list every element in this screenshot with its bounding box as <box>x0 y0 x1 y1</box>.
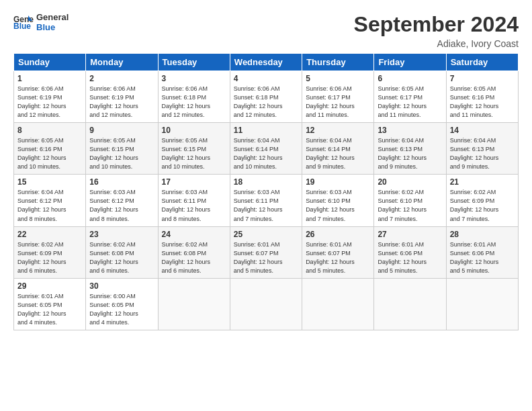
calendar-cell: 15Sunrise: 6:04 AM Sunset: 6:12 PM Dayli… <box>14 175 86 226</box>
day-info: Sunrise: 6:05 AM Sunset: 6:17 PM Dayligh… <box>378 85 442 120</box>
calendar-cell: 3Sunrise: 6:06 AM Sunset: 6:18 PM Daylig… <box>158 71 230 123</box>
calendar-cell: 5Sunrise: 6:06 AM Sunset: 6:17 PM Daylig… <box>302 71 374 123</box>
weekday-saturday: Saturday <box>446 54 518 71</box>
day-number: 2 <box>89 74 154 83</box>
day-info: Sunrise: 6:01 AM Sunset: 6:06 PM Dayligh… <box>450 240 515 275</box>
weekday-friday: Friday <box>374 54 446 71</box>
weekday-sunday: Sunday <box>14 54 86 71</box>
day-info: Sunrise: 6:04 AM Sunset: 6:14 PM Dayligh… <box>234 136 298 171</box>
calendar-cell: 10Sunrise: 6:05 AM Sunset: 6:15 PM Dayli… <box>158 123 230 175</box>
calendar-cell <box>302 278 374 330</box>
day-info: Sunrise: 6:03 AM Sunset: 6:11 PM Dayligh… <box>162 188 226 223</box>
day-info: Sunrise: 6:06 AM Sunset: 6:17 PM Dayligh… <box>306 85 370 120</box>
week-row-2: 8Sunrise: 6:05 AM Sunset: 6:16 PM Daylig… <box>14 123 519 175</box>
calendar-cell: 18Sunrise: 6:03 AM Sunset: 6:11 PM Dayli… <box>230 175 302 226</box>
day-number: 8 <box>17 126 82 135</box>
calendar-cell: 7Sunrise: 6:05 AM Sunset: 6:16 PM Daylig… <box>446 71 518 123</box>
weekday-header-row: SundayMondayTuesdayWednesdayThursdayFrid… <box>14 54 519 71</box>
day-info: Sunrise: 6:05 AM Sunset: 6:15 PM Dayligh… <box>89 136 154 171</box>
weekday-tuesday: Tuesday <box>158 54 230 71</box>
day-number: 30 <box>89 281 154 291</box>
day-number: 18 <box>234 177 298 187</box>
calendar-table: SundayMondayTuesdayWednesdayThursdayFrid… <box>13 53 519 330</box>
day-info: Sunrise: 6:00 AM Sunset: 6:05 PM Dayligh… <box>89 292 154 327</box>
day-info: Sunrise: 6:02 AM Sunset: 6:08 PM Dayligh… <box>89 240 154 275</box>
day-info: Sunrise: 6:04 AM Sunset: 6:13 PM Dayligh… <box>378 136 442 171</box>
day-info: Sunrise: 6:01 AM Sunset: 6:07 PM Dayligh… <box>306 240 370 275</box>
day-info: Sunrise: 6:04 AM Sunset: 6:12 PM Dayligh… <box>17 188 82 223</box>
day-number: 29 <box>17 281 82 291</box>
day-info: Sunrise: 6:02 AM Sunset: 6:08 PM Dayligh… <box>162 240 226 275</box>
day-number: 21 <box>450 177 515 187</box>
calendar-cell: 28Sunrise: 6:01 AM Sunset: 6:06 PM Dayli… <box>446 226 518 278</box>
calendar-cell: 20Sunrise: 6:02 AM Sunset: 6:10 PM Dayli… <box>374 175 446 226</box>
day-number: 3 <box>162 74 226 83</box>
day-number: 22 <box>17 230 82 239</box>
day-info: Sunrise: 6:03 AM Sunset: 6:11 PM Dayligh… <box>234 188 298 223</box>
svg-text:Blue: Blue <box>13 21 31 30</box>
calendar-cell: 22Sunrise: 6:02 AM Sunset: 6:09 PM Dayli… <box>14 226 86 278</box>
day-number: 6 <box>378 74 442 83</box>
calendar-cell: 13Sunrise: 6:04 AM Sunset: 6:13 PM Dayli… <box>374 123 446 175</box>
calendar-cell: 14Sunrise: 6:04 AM Sunset: 6:13 PM Dayli… <box>446 123 518 175</box>
calendar-cell: 6Sunrise: 6:05 AM Sunset: 6:17 PM Daylig… <box>374 71 446 123</box>
day-number: 9 <box>89 126 154 135</box>
calendar-cell: 12Sunrise: 6:04 AM Sunset: 6:14 PM Dayli… <box>302 123 374 175</box>
logo-blue: Blue <box>36 22 69 32</box>
calendar-cell: 1Sunrise: 6:06 AM Sunset: 6:19 PM Daylig… <box>14 71 86 123</box>
calendar-cell: 17Sunrise: 6:03 AM Sunset: 6:11 PM Dayli… <box>158 175 230 226</box>
calendar-cell: 11Sunrise: 6:04 AM Sunset: 6:14 PM Dayli… <box>230 123 302 175</box>
day-info: Sunrise: 6:03 AM Sunset: 6:10 PM Dayligh… <box>306 188 370 223</box>
day-number: 10 <box>162 126 226 135</box>
weekday-wednesday: Wednesday <box>230 54 302 71</box>
calendar-cell: 29Sunrise: 6:01 AM Sunset: 6:05 PM Dayli… <box>14 278 86 330</box>
day-number: 5 <box>306 74 370 83</box>
day-info: Sunrise: 6:02 AM Sunset: 6:10 PM Dayligh… <box>378 188 442 223</box>
calendar-cell: 19Sunrise: 6:03 AM Sunset: 6:10 PM Dayli… <box>302 175 374 226</box>
calendar-body: 1Sunrise: 6:06 AM Sunset: 6:19 PM Daylig… <box>14 71 519 330</box>
calendar-cell: 24Sunrise: 6:02 AM Sunset: 6:08 PM Dayli… <box>158 226 230 278</box>
calendar-cell: 26Sunrise: 6:01 AM Sunset: 6:07 PM Dayli… <box>302 226 374 278</box>
logo-icon: General Blue <box>13 14 34 30</box>
day-number: 26 <box>306 230 370 239</box>
week-row-3: 15Sunrise: 6:04 AM Sunset: 6:12 PM Dayli… <box>14 175 519 226</box>
title-block: September 2024 Adiake, Ivory Coast <box>354 12 519 49</box>
day-info: Sunrise: 6:05 AM Sunset: 6:15 PM Dayligh… <box>162 136 226 171</box>
day-number: 11 <box>234 126 298 135</box>
day-number: 7 <box>450 74 515 83</box>
day-number: 12 <box>306 126 370 135</box>
day-info: Sunrise: 6:02 AM Sunset: 6:09 PM Dayligh… <box>17 240 82 275</box>
day-number: 27 <box>378 230 442 239</box>
day-number: 17 <box>162 177 226 187</box>
day-number: 28 <box>450 230 515 239</box>
day-number: 24 <box>162 230 226 239</box>
week-row-4: 22Sunrise: 6:02 AM Sunset: 6:09 PM Dayli… <box>14 226 519 278</box>
day-number: 14 <box>450 126 515 135</box>
header: General Blue General Blue September 2024… <box>13 12 519 49</box>
calendar-cell: 25Sunrise: 6:01 AM Sunset: 6:07 PM Dayli… <box>230 226 302 278</box>
day-number: 20 <box>378 177 442 187</box>
calendar-cell: 27Sunrise: 6:01 AM Sunset: 6:06 PM Dayli… <box>374 226 446 278</box>
day-number: 13 <box>378 126 442 135</box>
day-info: Sunrise: 6:04 AM Sunset: 6:14 PM Dayligh… <box>306 136 370 171</box>
day-number: 1 <box>17 74 82 83</box>
location: Adiake, Ivory Coast <box>354 38 519 49</box>
day-number: 16 <box>89 177 154 187</box>
page: General Blue General Blue September 2024… <box>0 0 532 411</box>
calendar-cell: 8Sunrise: 6:05 AM Sunset: 6:16 PM Daylig… <box>14 123 86 175</box>
day-info: Sunrise: 6:05 AM Sunset: 6:16 PM Dayligh… <box>450 85 515 120</box>
day-number: 4 <box>234 74 298 83</box>
day-info: Sunrise: 6:05 AM Sunset: 6:16 PM Dayligh… <box>17 136 82 171</box>
calendar-cell <box>230 278 302 330</box>
calendar-cell: 9Sunrise: 6:05 AM Sunset: 6:15 PM Daylig… <box>86 123 158 175</box>
day-info: Sunrise: 6:01 AM Sunset: 6:06 PM Dayligh… <box>378 240 442 275</box>
day-info: Sunrise: 6:01 AM Sunset: 6:07 PM Dayligh… <box>234 240 298 275</box>
day-number: 23 <box>89 230 154 239</box>
day-number: 25 <box>234 230 298 239</box>
day-info: Sunrise: 6:06 AM Sunset: 6:19 PM Dayligh… <box>17 85 82 120</box>
week-row-5: 29Sunrise: 6:01 AM Sunset: 6:05 PM Dayli… <box>14 278 519 330</box>
day-info: Sunrise: 6:04 AM Sunset: 6:13 PM Dayligh… <box>450 136 515 171</box>
logo-general: General <box>36 12 69 22</box>
day-number: 19 <box>306 177 370 187</box>
logo: General Blue General Blue <box>13 12 69 32</box>
